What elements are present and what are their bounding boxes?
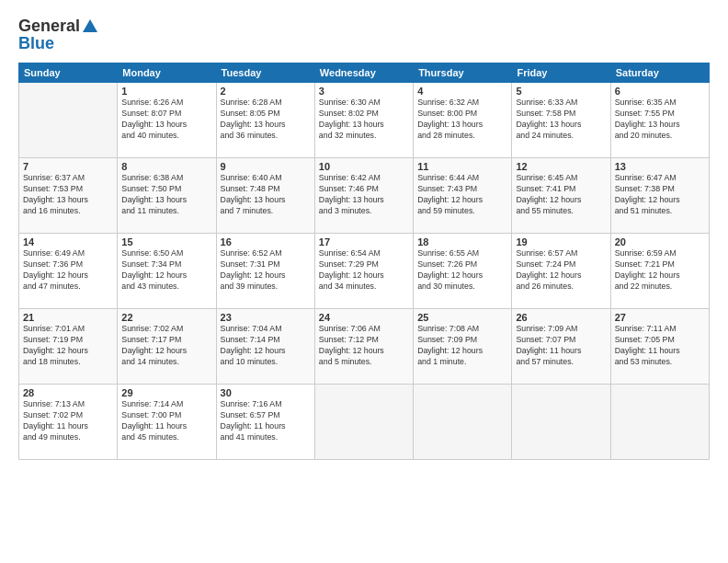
day-number: 2: [221, 86, 311, 97]
calendar-page: General Blue SundayMondayTuesdayWednesda…: [0, 0, 728, 563]
calendar-cell: 6Sunrise: 6:35 AM Sunset: 7:55 PM Daylig…: [610, 83, 709, 158]
day-info: Sunrise: 7:09 AM Sunset: 7:07 PM Dayligh…: [516, 324, 606, 368]
calendar-cell: 9Sunrise: 6:40 AM Sunset: 7:48 PM Daylig…: [216, 158, 314, 234]
calendar-cell: 25Sunrise: 7:08 AM Sunset: 7:09 PM Dayli…: [414, 309, 512, 385]
calendar-header-friday: Friday: [512, 63, 610, 83]
page-header: General Blue: [18, 17, 710, 53]
calendar-header-row: SundayMondayTuesdayWednesdayThursdayFrid…: [19, 63, 710, 83]
day-info: Sunrise: 7:08 AM Sunset: 7:09 PM Dayligh…: [417, 324, 507, 368]
day-number: 27: [615, 312, 705, 323]
calendar-cell: 11Sunrise: 6:44 AM Sunset: 7:43 PM Dayli…: [414, 158, 512, 234]
day-info: Sunrise: 6:49 AM Sunset: 7:36 PM Dayligh…: [23, 248, 113, 293]
logo: General Blue: [18, 17, 97, 53]
day-info: Sunrise: 7:02 AM Sunset: 7:17 PM Dayligh…: [121, 324, 211, 368]
calendar-cell: 15Sunrise: 6:50 AM Sunset: 7:34 PM Dayli…: [118, 234, 216, 309]
calendar-cell: [314, 385, 413, 460]
day-info: Sunrise: 6:52 AM Sunset: 7:31 PM Dayligh…: [221, 248, 311, 293]
calendar-week-row: 1Sunrise: 6:26 AM Sunset: 8:07 PM Daylig…: [19, 83, 710, 158]
day-info: Sunrise: 7:01 AM Sunset: 7:19 PM Dayligh…: [23, 324, 113, 368]
day-number: 15: [121, 236, 211, 247]
day-number: 6: [615, 86, 705, 97]
day-info: Sunrise: 6:33 AM Sunset: 7:58 PM Dayligh…: [516, 98, 606, 142]
calendar-cell: 20Sunrise: 6:59 AM Sunset: 7:21 PM Dayli…: [610, 234, 709, 309]
calendar-cell: 13Sunrise: 6:47 AM Sunset: 7:38 PM Dayli…: [610, 158, 709, 234]
day-info: Sunrise: 6:55 AM Sunset: 7:26 PM Dayligh…: [417, 248, 507, 293]
calendar-cell: [414, 385, 512, 460]
calendar-cell: 17Sunrise: 6:54 AM Sunset: 7:29 PM Dayli…: [314, 234, 413, 309]
day-number: 16: [221, 236, 311, 247]
calendar-cell: 8Sunrise: 6:38 AM Sunset: 7:50 PM Daylig…: [118, 158, 216, 234]
day-info: Sunrise: 6:26 AM Sunset: 8:07 PM Dayligh…: [121, 98, 211, 142]
day-info: Sunrise: 6:54 AM Sunset: 7:29 PM Dayligh…: [319, 248, 409, 293]
calendar-cell: 1Sunrise: 6:26 AM Sunset: 8:07 PM Daylig…: [118, 83, 216, 158]
calendar-cell: 29Sunrise: 7:14 AM Sunset: 7:00 PM Dayli…: [118, 385, 216, 460]
logo-general-text: General: [18, 17, 80, 36]
day-info: Sunrise: 7:16 AM Sunset: 6:57 PM Dayligh…: [221, 399, 311, 443]
calendar-header-wednesday: Wednesday: [314, 63, 413, 83]
calendar-cell: 2Sunrise: 6:28 AM Sunset: 8:05 PM Daylig…: [216, 83, 314, 158]
calendar-cell: 19Sunrise: 6:57 AM Sunset: 7:24 PM Dayli…: [512, 234, 610, 309]
calendar-header-monday: Monday: [118, 63, 216, 83]
day-info: Sunrise: 6:28 AM Sunset: 8:05 PM Dayligh…: [221, 98, 311, 142]
day-number: 28: [23, 387, 113, 398]
day-info: Sunrise: 6:35 AM Sunset: 7:55 PM Dayligh…: [615, 98, 705, 142]
calendar-week-row: 28Sunrise: 7:13 AM Sunset: 7:02 PM Dayli…: [19, 385, 710, 460]
calendar-week-row: 21Sunrise: 7:01 AM Sunset: 7:19 PM Dayli…: [19, 309, 710, 385]
day-info: Sunrise: 6:59 AM Sunset: 7:21 PM Dayligh…: [615, 248, 705, 293]
day-info: Sunrise: 6:40 AM Sunset: 7:48 PM Dayligh…: [221, 173, 311, 217]
calendar-cell: [610, 385, 709, 460]
day-number: 23: [221, 312, 311, 323]
calendar-cell: 7Sunrise: 6:37 AM Sunset: 7:53 PM Daylig…: [19, 158, 118, 234]
logo-wrap: General: [18, 17, 97, 36]
calendar-cell: 12Sunrise: 6:45 AM Sunset: 7:41 PM Dayli…: [512, 158, 610, 234]
day-number: 19: [516, 236, 606, 247]
day-info: Sunrise: 6:37 AM Sunset: 7:53 PM Dayligh…: [23, 173, 113, 217]
day-info: Sunrise: 6:45 AM Sunset: 7:41 PM Dayligh…: [516, 173, 606, 217]
day-number: 7: [23, 161, 113, 172]
day-info: Sunrise: 7:04 AM Sunset: 7:14 PM Dayligh…: [221, 324, 311, 368]
day-info: Sunrise: 7:13 AM Sunset: 7:02 PM Dayligh…: [23, 399, 113, 443]
day-number: 20: [615, 236, 705, 247]
calendar-cell: 3Sunrise: 6:30 AM Sunset: 8:02 PM Daylig…: [314, 83, 413, 158]
calendar-cell: 27Sunrise: 7:11 AM Sunset: 7:05 PM Dayli…: [610, 309, 709, 385]
day-info: Sunrise: 7:06 AM Sunset: 7:12 PM Dayligh…: [319, 324, 409, 368]
calendar-cell: 26Sunrise: 7:09 AM Sunset: 7:07 PM Dayli…: [512, 309, 610, 385]
day-number: 10: [319, 161, 409, 172]
day-number: 1: [121, 86, 211, 97]
day-number: 18: [417, 236, 507, 247]
day-number: 14: [23, 236, 113, 247]
calendar-header-sunday: Sunday: [19, 63, 118, 83]
calendar-cell: 28Sunrise: 7:13 AM Sunset: 7:02 PM Dayli…: [19, 385, 118, 460]
calendar-cell: 22Sunrise: 7:02 AM Sunset: 7:17 PM Dayli…: [118, 309, 216, 385]
calendar-cell: 10Sunrise: 6:42 AM Sunset: 7:46 PM Dayli…: [314, 158, 413, 234]
calendar-cell: 5Sunrise: 6:33 AM Sunset: 7:58 PM Daylig…: [512, 83, 610, 158]
calendar-cell: 4Sunrise: 6:32 AM Sunset: 8:00 PM Daylig…: [414, 83, 512, 158]
calendar-week-row: 7Sunrise: 6:37 AM Sunset: 7:53 PM Daylig…: [19, 158, 710, 234]
day-info: Sunrise: 6:44 AM Sunset: 7:43 PM Dayligh…: [417, 173, 507, 217]
day-info: Sunrise: 6:47 AM Sunset: 7:38 PM Dayligh…: [615, 173, 705, 217]
calendar-cell: 24Sunrise: 7:06 AM Sunset: 7:12 PM Dayli…: [314, 309, 413, 385]
day-number: 29: [121, 387, 211, 398]
calendar-header-tuesday: Tuesday: [216, 63, 314, 83]
day-info: Sunrise: 6:32 AM Sunset: 8:00 PM Dayligh…: [417, 98, 507, 142]
day-info: Sunrise: 6:38 AM Sunset: 7:50 PM Dayligh…: [121, 173, 211, 217]
day-number: 13: [615, 161, 705, 172]
day-info: Sunrise: 6:50 AM Sunset: 7:34 PM Dayligh…: [121, 248, 211, 293]
day-number: 8: [121, 161, 211, 172]
calendar-cell: 30Sunrise: 7:16 AM Sunset: 6:57 PM Dayli…: [216, 385, 314, 460]
day-info: Sunrise: 6:57 AM Sunset: 7:24 PM Dayligh…: [516, 248, 606, 293]
day-number: 12: [516, 161, 606, 172]
day-number: 4: [417, 86, 507, 97]
day-number: 9: [221, 161, 311, 172]
day-number: 26: [516, 312, 606, 323]
logo-triangle-icon: [83, 19, 97, 32]
day-number: 21: [23, 312, 113, 323]
day-number: 11: [417, 161, 507, 172]
day-info: Sunrise: 7:14 AM Sunset: 7:00 PM Dayligh…: [121, 399, 211, 443]
calendar-cell: 16Sunrise: 6:52 AM Sunset: 7:31 PM Dayli…: [216, 234, 314, 309]
day-info: Sunrise: 6:30 AM Sunset: 8:02 PM Dayligh…: [319, 98, 409, 142]
calendar-table: SundayMondayTuesdayWednesdayThursdayFrid…: [18, 63, 710, 460]
logo-blue-text: Blue: [18, 34, 54, 53]
day-number: 25: [417, 312, 507, 323]
day-number: 30: [221, 387, 311, 398]
